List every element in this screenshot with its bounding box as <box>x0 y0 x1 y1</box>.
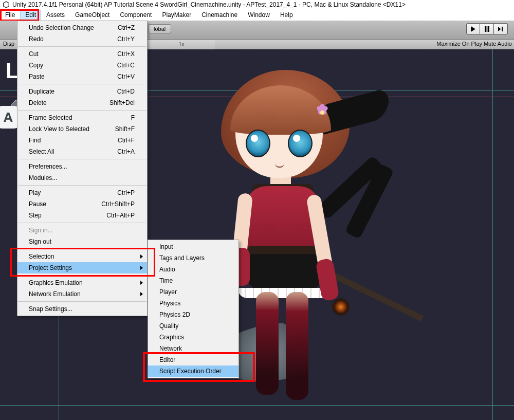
edit-menu-item-project-settings[interactable]: Project Settings <box>17 262 147 273</box>
project-settings-item-quality[interactable]: Quality <box>148 320 238 332</box>
menu-item-label: Audio <box>159 266 226 273</box>
menu-item-label: Paste <box>29 73 97 80</box>
menu-item-shortcut: Ctrl+A <box>117 148 135 155</box>
menu-separator <box>18 110 146 111</box>
menu-item-label: Network <box>159 345 226 352</box>
menu-item-label: Copy <box>29 62 97 69</box>
edit-menu-item-copy[interactable]: CopyCtrl+C <box>17 60 147 71</box>
edit-menu-item-lock-view-to-selected[interactable]: Lock View to SelectedShift+F <box>17 123 147 135</box>
menu-edit[interactable]: Edit <box>20 10 41 20</box>
edit-menu-item-paste[interactable]: PasteCtrl+V <box>17 71 147 82</box>
menu-item-label: Input <box>159 243 226 250</box>
edit-menu-item-modules[interactable]: Modules... <box>17 172 147 184</box>
menu-item-label: Cut <box>29 50 97 58</box>
edit-menu-item-pause[interactable]: PauseCtrl+Shift+P <box>17 198 147 210</box>
menu-item-label: Play <box>29 189 97 196</box>
menu-cinemachine[interactable]: Cinemachine <box>196 10 243 20</box>
play-button[interactable] <box>466 23 480 34</box>
edit-menu-item-cut[interactable]: CutCtrl+X <box>17 48 147 60</box>
maximize-on-play-toggle[interactable]: Maximize On Play <box>436 41 482 47</box>
menu-item-label: Script Execution Order <box>159 368 226 375</box>
menu-gameobject[interactable]: GameObject <box>70 10 115 20</box>
menu-item-shortcut: Ctrl+Y <box>117 35 135 43</box>
project-settings-item-tags-and-layers[interactable]: Tags and Layers <box>148 252 238 264</box>
edit-menu-item-duplicate[interactable]: DuplicateCtrl+D <box>17 86 147 97</box>
menu-file[interactable]: File <box>0 10 20 20</box>
unity-editor-window: Unity 2017.4.1f1 Personal (64bit) AP Tut… <box>0 0 514 420</box>
menu-separator <box>18 223 146 223</box>
menu-separator <box>18 185 146 186</box>
menu-item-label: Delete <box>29 99 89 106</box>
menu-item-label: Network Emulation <box>29 290 135 298</box>
edit-menu-item-preferences[interactable]: Preferences... <box>17 161 147 172</box>
edit-menu-item-redo[interactable]: RedoCtrl+Y <box>17 33 147 45</box>
unity-logo-icon <box>2 1 10 9</box>
submenu-arrow-icon <box>140 292 143 296</box>
play-controls <box>466 23 509 34</box>
edit-menu-item-step[interactable]: StepCtrl+Alt+P <box>17 210 147 221</box>
edit-menu-item-frame-selected[interactable]: Frame SelectedF <box>17 112 147 123</box>
menu-item-shortcut: Shift+Del <box>109 99 135 106</box>
menu-item-label: Redo <box>29 35 97 43</box>
pause-button[interactable] <box>480 23 494 34</box>
window-title: Unity 2017.4.1f1 Personal (64bit) AP Tut… <box>12 1 406 8</box>
menu-item-label: Physics 2D <box>159 311 226 318</box>
project-settings-item-player[interactable]: Player <box>148 286 238 298</box>
menu-item-label: Preferences... <box>29 163 135 170</box>
menu-item-label: Project Settings <box>29 264 135 271</box>
project-settings-item-physics-2d[interactable]: Physics 2D <box>148 309 238 320</box>
menu-assets[interactable]: Assets <box>41 10 70 20</box>
edit-menu-item-sign-in: Sign in... <box>17 225 147 236</box>
submenu-arrow-icon <box>140 281 143 285</box>
menu-item-label: Find <box>29 137 97 144</box>
menu-item-label: Physics <box>159 300 226 307</box>
project-settings-item-editor[interactable]: Editor <box>148 354 238 366</box>
pause-icon <box>484 26 490 32</box>
menu-item-shortcut: Shift+F <box>115 125 135 133</box>
menu-item-shortcut: Ctrl+F <box>118 137 135 144</box>
scale-slider[interactable]: 1x <box>148 40 215 49</box>
edit-menu-item-network-emulation[interactable]: Network Emulation <box>17 288 147 300</box>
svg-rect-3 <box>485 26 486 32</box>
project-settings-item-network[interactable]: Network <box>148 343 238 354</box>
edit-menu-item-find[interactable]: FindCtrl+F <box>17 135 147 146</box>
menu-item-label: Sign in... <box>29 227 135 234</box>
edit-menu-dropdown: Undo Selection ChangeCtrl+ZRedoCtrl+YCut… <box>17 21 148 316</box>
menu-item-shortcut: Ctrl+Z <box>118 24 135 31</box>
project-settings-item-time[interactable]: Time <box>148 275 238 286</box>
edit-menu-item-play[interactable]: PlayCtrl+P <box>17 187 147 198</box>
menu-item-label: Time <box>159 277 226 284</box>
menu-component[interactable]: Component <box>115 10 157 20</box>
menu-item-label: Editor <box>159 356 226 363</box>
edit-menu-item-delete[interactable]: DeleteShift+Del <box>17 97 147 108</box>
menu-playmaker[interactable]: PlayMaker <box>157 10 196 20</box>
project-settings-item-graphics[interactable]: Graphics <box>148 332 238 343</box>
menu-item-label: Modules... <box>29 174 135 181</box>
mute-audio-toggle[interactable]: Mute Audio <box>484 41 512 47</box>
edit-menu-item-selection[interactable]: Selection <box>17 251 147 262</box>
display-dropdown[interactable]: Disp <box>3 41 14 47</box>
project-settings-item-physics[interactable]: Physics <box>148 298 238 309</box>
step-button[interactable] <box>494 23 508 34</box>
svg-rect-6 <box>502 26 503 31</box>
project-settings-item-audio[interactable]: Audio <box>148 264 238 275</box>
menu-item-label: Frame Selected <box>29 114 111 121</box>
project-settings-item-input[interactable]: Input <box>148 241 238 252</box>
menu-help[interactable]: Help <box>275 10 298 20</box>
edit-menu-item-graphics-emulation[interactable]: Graphics Emulation <box>17 277 147 288</box>
title-bar: Unity 2017.4.1f1 Personal (64bit) AP Tut… <box>0 0 514 9</box>
menu-item-label: Selection <box>29 253 135 260</box>
edit-menu-item-snap-settings[interactable]: Snap Settings... <box>17 303 147 315</box>
menu-separator <box>18 84 146 84</box>
menu-separator <box>18 46 146 47</box>
menu-item-label: Tags and Layers <box>159 254 226 262</box>
edit-menu-item-select-all[interactable]: Select AllCtrl+A <box>17 146 147 157</box>
edit-menu-item-sign-out[interactable]: Sign out <box>17 236 147 247</box>
menu-item-shortcut: Ctrl+X <box>117 50 135 58</box>
project-settings-item-script-execution-order[interactable]: Script Execution Order <box>148 366 238 377</box>
menu-window[interactable]: Window <box>243 10 275 20</box>
menu-item-label: Step <box>29 212 86 219</box>
edit-menu-item-undo-selection-change[interactable]: Undo Selection ChangeCtrl+Z <box>17 22 147 33</box>
transform-space-dropdown[interactable]: lobal <box>148 24 171 33</box>
menu-item-label: Snap Settings... <box>29 305 135 313</box>
